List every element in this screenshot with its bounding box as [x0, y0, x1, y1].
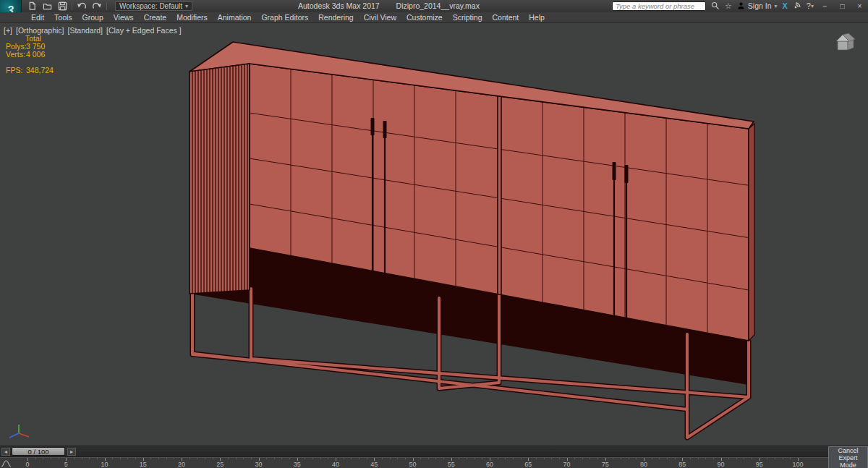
ruler-tick-label: 95 [756, 461, 763, 468]
stats-verts-row: Verts:4 006 [6, 51, 54, 59]
undo-button[interactable] [76, 1, 88, 12]
menu-item-create[interactable]: Create [139, 13, 172, 22]
open-file-button[interactable] [41, 1, 53, 12]
ruler-minor-tick [713, 458, 714, 459]
search-button[interactable] [711, 1, 720, 10]
ruler-minor-tick [51, 458, 51, 459]
close-button[interactable]: × [854, 2, 866, 10]
menu-item-modifiers[interactable]: Modifiers [171, 13, 213, 22]
time-slider[interactable]: 0 / 100 [12, 447, 65, 456]
ruler-minor-tick [243, 458, 244, 459]
ruler-tick-label: 10 [101, 461, 108, 468]
sign-in-button[interactable]: Sign In ▾ [737, 1, 778, 10]
communication-center-button[interactable] [793, 1, 801, 10]
ruler-minor-tick [574, 458, 575, 459]
ruler-tick-label: 70 [563, 461, 570, 468]
save-file-button[interactable] [56, 1, 68, 12]
menu-item-edit[interactable]: Edit [26, 13, 49, 22]
maximize-button[interactable]: □ [836, 2, 848, 10]
ruler-minor-tick [190, 458, 190, 459]
ruler-minor-tick [521, 458, 522, 459]
menu-item-rendering[interactable]: Rendering [313, 13, 358, 22]
previous-frame-button[interactable]: ◂ [1, 448, 10, 456]
ruler-minor-tick [89, 458, 90, 459]
new-scene-button[interactable] [26, 1, 38, 12]
track-bar[interactable]: 0510152025303540455055606570758085909510… [0, 457, 828, 468]
menu-item-animation[interactable]: Animation [213, 13, 257, 22]
viewport-menu-preset[interactable]: [Standard] [68, 26, 103, 35]
ruler-minor-tick [536, 458, 537, 459]
stats-fps-label: FPS: [6, 67, 26, 75]
ruler-tick-label: 85 [678, 461, 686, 468]
ruler-minor-tick [120, 458, 121, 459]
ruler-minor-tick [197, 458, 197, 459]
ruler-minor-tick [659, 458, 660, 459]
ruler-minor-tick [205, 458, 205, 459]
ruler-minor-tick [582, 458, 583, 459]
ruler-minor-tick [166, 458, 167, 459]
menu-item-tools[interactable]: Tools [49, 13, 77, 22]
world-axis-tripod-icon [4, 423, 30, 442]
menu-item-help[interactable]: Help [524, 13, 550, 22]
bottom-bar: ◂ 0 / 100 ▸ 0510152025303540455055606570… [0, 446, 868, 468]
redo-button[interactable] [91, 1, 103, 12]
viewport-menu-shading[interactable]: [Clay + Edged Faces ] [106, 26, 182, 35]
workspace-selector[interactable]: Workspace: Default ▾ [115, 1, 192, 11]
menu-item-content[interactable]: Content [487, 13, 524, 22]
ruler-minor-tick [405, 458, 406, 459]
exchange-apps-button[interactable]: X [783, 1, 788, 10]
viewport[interactable]: [+][Orthographic][Standard][Clay + Edged… [0, 23, 868, 446]
ruler-minor-tick [790, 458, 791, 459]
ruler-minor-tick [467, 458, 467, 459]
ruler-minor-tick [482, 458, 482, 459]
ruler-minor-tick [513, 458, 514, 459]
menu-item-civil-view[interactable]: Civil View [359, 13, 401, 22]
ruler-minor-tick [428, 458, 429, 459]
ruler-minor-tick [636, 458, 637, 459]
cancel-expert-line1: Cancel Expert [829, 447, 867, 461]
ruler-minor-tick [281, 458, 282, 459]
menu-item-group[interactable]: Group [77, 13, 109, 22]
ruler-minor-tick [705, 458, 706, 459]
viewcube-home-button[interactable] [833, 32, 859, 56]
minimize-button[interactable]: − [819, 2, 831, 10]
cancel-expert-mode-button[interactable]: Cancel Expert Mode [828, 446, 868, 468]
cabinet-model[interactable] [190, 42, 754, 438]
ruler-minor-tick [43, 458, 43, 459]
ruler-minor-tick [459, 458, 459, 459]
infocenter-search-input[interactable] [612, 1, 706, 11]
viewport-menu-general[interactable]: [+] [4, 26, 12, 35]
ruler-minor-tick [82, 458, 82, 459]
chevron-down-icon: ▾ [775, 3, 778, 9]
ruler-tick-label: 45 [370, 461, 378, 468]
ruler-minor-tick [505, 458, 506, 459]
ruler-minor-tick [328, 458, 328, 459]
help-button[interactable]: ? ▾ [807, 1, 814, 10]
ruler-minor-tick [351, 458, 352, 459]
menu-item-views[interactable]: Views [109, 13, 139, 22]
ruler-minor-tick [559, 458, 560, 459]
menu-bar: EditToolsGroupViewsCreateModifiersAnimat… [0, 12, 868, 23]
ruler-minor-tick [150, 458, 151, 459]
search-icon [711, 1, 720, 10]
ruler-minor-tick [59, 458, 59, 459]
ruler-minor-tick [213, 458, 213, 459]
ruler-minor-tick [544, 458, 545, 459]
ruler-minor-tick [498, 458, 498, 459]
time-slider-track[interactable]: ◂ 0 / 100 ▸ [0, 446, 828, 457]
menu-item-scripting[interactable]: Scripting [448, 13, 488, 22]
menu-items: EditToolsGroupViewsCreateModifiersAnimat… [26, 13, 550, 22]
next-frame-button[interactable]: ▸ [67, 448, 76, 456]
sign-in-label: Sign In [748, 1, 772, 10]
ruler-minor-tick [736, 458, 737, 459]
ruler-tick-label: 55 [448, 461, 455, 468]
favorites-button[interactable]: ☆ [725, 1, 732, 11]
ruler-minor-tick [667, 458, 668, 459]
star-icon: ☆ [725, 1, 732, 11]
open-file-name: Dizipro_2014__vray.max [396, 1, 480, 10]
stats-fps-value: 348,724 [26, 66, 54, 75]
ruler-minor-tick [305, 458, 305, 459]
menu-item-graph-editors[interactable]: Graph Editors [256, 13, 313, 22]
menu-item-customize[interactable]: Customize [401, 13, 448, 22]
ruler-tick-label: 100 [792, 461, 803, 468]
